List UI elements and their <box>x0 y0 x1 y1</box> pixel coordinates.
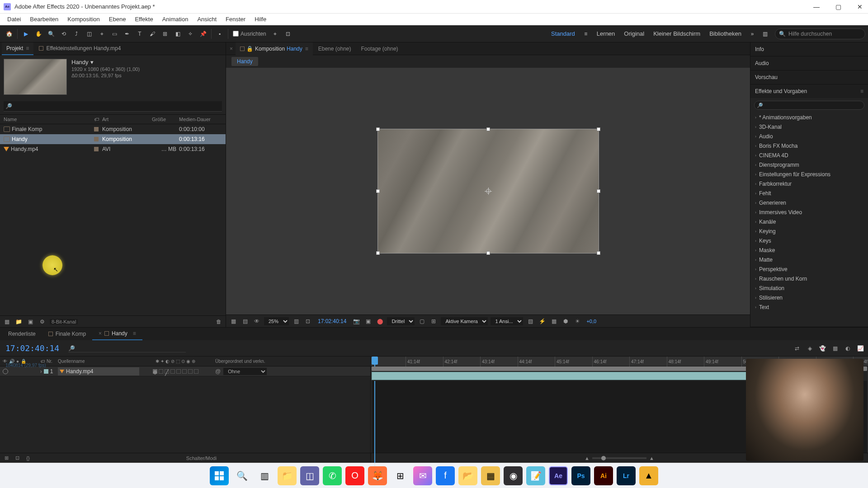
views-select[interactable]: 1 Ansi... <box>491 317 523 325</box>
resize-handle[interactable] <box>376 189 380 193</box>
col-tag-icon[interactable]: 🏷 <box>90 117 102 122</box>
effects-category[interactable]: ›Text <box>750 302 868 312</box>
tab-finale-komp[interactable]: Finale Komp <box>42 328 92 340</box>
taskbar-search[interactable]: 🔍 <box>232 466 251 485</box>
taskbar-files[interactable]: 📂 <box>458 466 477 485</box>
taskbar-photoshop[interactable]: Ps <box>571 466 590 485</box>
label-swatch[interactable] <box>94 127 99 131</box>
menu-bearbeiten[interactable]: Bearbeiten <box>25 16 63 23</box>
menu-ansicht[interactable]: Ansicht <box>193 16 221 23</box>
effects-category[interactable]: ›Farbkorrektur <box>750 179 868 188</box>
taskbar-start[interactable] <box>210 466 229 485</box>
effects-category[interactable]: ›Maske <box>750 245 868 255</box>
workspace-reset-icon[interactable]: ▥ <box>759 28 771 40</box>
taskbar-app[interactable]: ▦ <box>481 466 500 485</box>
taskbar-app[interactable]: 📝 <box>526 466 545 485</box>
taskbar-app[interactable]: ⊞ <box>391 466 410 485</box>
panel-effekte[interactable]: Effekte und Vorgaben≡ <box>750 84 868 98</box>
col-size[interactable]: Größe <box>152 117 179 122</box>
effects-category[interactable]: ›Rauschen und Korn <box>750 274 868 283</box>
graph-editor-icon[interactable]: 📈 <box>856 344 864 352</box>
switches-modes-label[interactable]: Schalter/Modi <box>35 455 368 461</box>
effects-category[interactable]: ›Simulation <box>750 283 868 293</box>
interpret-footage-icon[interactable]: ▦ <box>3 318 11 326</box>
taskbar-after-effects[interactable]: Ae <box>549 466 568 485</box>
motion-blur-icon[interactable]: ◐ <box>844 344 852 352</box>
fast-previews-icon[interactable]: ⚡ <box>538 317 547 326</box>
lock-icon[interactable]: 🔒 <box>246 46 253 52</box>
col-duration[interactable]: Medien-Dauer <box>179 117 226 122</box>
grid-icon[interactable]: ⊞ <box>429 317 438 326</box>
effects-search-input[interactable] <box>754 101 864 110</box>
menu-ebene[interactable]: Ebene <box>104 16 131 23</box>
effects-category[interactable]: ›Fehlt <box>750 188 868 198</box>
home-icon[interactable]: 🏠 <box>3 28 15 40</box>
effects-category[interactable]: ›Keying <box>750 226 868 236</box>
fill-swatch-icon[interactable]: ▪ <box>213 28 226 40</box>
rotate-tool-icon[interactable]: ⤴ <box>70 28 83 40</box>
toggle-switches-icon[interactable]: ⊞ <box>3 455 10 462</box>
type-tool-icon[interactable]: T <box>133 28 146 40</box>
always-preview-icon[interactable]: ▦ <box>229 317 238 326</box>
pen-tool-icon[interactable]: ✒ <box>121 28 133 40</box>
frame-blend-icon[interactable]: ▦ <box>831 344 839 352</box>
timeline-layer-row[interactable]: ›1 Handy.mp4 ⊕ ╱ @Ohne <box>0 366 370 376</box>
menu-datei[interactable]: Datei <box>3 16 25 23</box>
zoom-select[interactable]: 25% <box>264 317 289 325</box>
effects-category[interactable]: ›Stilisieren <box>750 293 868 302</box>
show-snapshot-icon[interactable]: ▣ <box>363 317 373 326</box>
effects-category[interactable]: ›* Animationsvorgaben <box>750 113 868 122</box>
switch[interactable]: ╱ <box>165 369 169 374</box>
new-comp-icon[interactable]: ▣ <box>26 318 34 326</box>
taskbar-app[interactable]: O <box>345 466 364 485</box>
taskbar-app[interactable]: ◫ <box>300 466 319 485</box>
toggle-in-out-icon[interactable]: {} <box>24 455 32 462</box>
effects-category[interactable]: ›Keys <box>750 236 868 245</box>
breadcrumb-item[interactable]: Handy <box>231 57 258 66</box>
label-swatch[interactable] <box>94 147 99 151</box>
switch[interactable] <box>159 369 163 374</box>
effects-category[interactable]: ›Einstellungen für Expressions <box>750 169 868 179</box>
tab-projekt[interactable]: Projekt≡ <box>2 42 33 55</box>
orbit-tool-icon[interactable]: ⟲ <box>57 28 70 40</box>
resize-handle[interactable] <box>597 127 600 131</box>
resolution-select[interactable]: Drittel <box>387 317 415 325</box>
effects-category[interactable]: ›3D-Kanal <box>750 122 868 131</box>
workspace-bibliotheken[interactable]: Bibliotheken <box>705 30 746 37</box>
layer-bar[interactable] <box>372 372 804 380</box>
exposure-value[interactable]: +0,0 <box>585 319 598 324</box>
menu-hilfe[interactable]: Hilfe <box>250 16 271 23</box>
menu-effekte[interactable]: Effekte <box>130 16 157 23</box>
effects-category[interactable]: ›Kanäle <box>750 217 868 226</box>
channels-icon[interactable]: ⬤ <box>375 317 384 326</box>
taskbar-app[interactable]: ▲ <box>639 466 658 485</box>
project-settings-icon[interactable]: ⚙ <box>38 318 46 326</box>
workspace-lernen[interactable]: Lernen <box>592 30 619 37</box>
panel-audio[interactable]: Audio <box>750 56 868 70</box>
parent-select[interactable]: Ohne <box>223 368 267 375</box>
switch[interactable] <box>170 369 175 374</box>
trash-icon[interactable]: 🗑 <box>215 318 223 326</box>
shy-icon[interactable]: 👻 <box>818 344 826 352</box>
snap-grid-icon[interactable]: ⊡ <box>282 28 294 40</box>
resolution-icon[interactable]: ▥ <box>292 317 301 326</box>
pan-behind-tool-icon[interactable]: ⌖ <box>95 28 108 40</box>
taskbar-messenger[interactable]: ✉ <box>413 466 432 485</box>
workspace-standard[interactable]: Standard <box>547 30 580 37</box>
region-icon[interactable]: ▢ <box>417 317 426 326</box>
camera-select[interactable]: Aktive Kamera <box>441 317 488 325</box>
pickwhip-icon[interactable]: @ <box>215 368 221 375</box>
effects-category[interactable]: ›Dienstprogramm <box>750 160 868 169</box>
window-minimize[interactable]: — <box>812 2 821 11</box>
shape-tool-icon[interactable]: ▭ <box>108 28 121 40</box>
3d-icon[interactable]: ▦ <box>549 317 558 326</box>
selected-layer-bounds[interactable] <box>377 129 599 253</box>
project-item-name[interactable]: Handy ▾ <box>71 59 140 66</box>
draft3d-icon[interactable]: ◈ <box>806 344 814 352</box>
timeline-timecode[interactable]: 17:02:40:14 <box>0 343 65 353</box>
mask-icon[interactable]: 👁 <box>252 317 261 326</box>
clone-tool-icon[interactable]: ⊞ <box>159 28 171 40</box>
pixel-aspect-icon[interactable]: ▧ <box>526 317 535 326</box>
window-close[interactable]: ✕ <box>855 2 864 11</box>
timecode-icon[interactable]: ⊡ <box>303 317 312 326</box>
